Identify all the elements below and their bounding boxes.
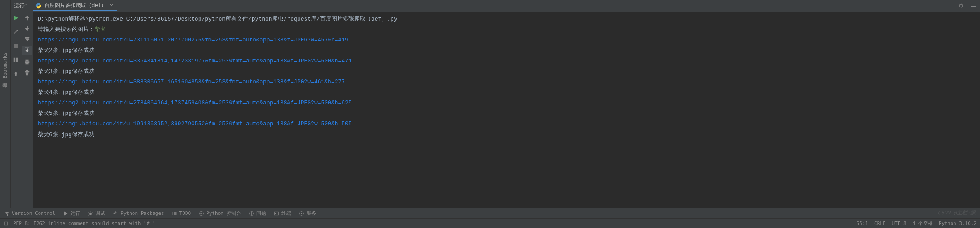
trash-icon[interactable] bbox=[24, 69, 30, 76]
tw-todo-label: TODO bbox=[179, 211, 191, 216]
wrench-icon[interactable] bbox=[13, 29, 19, 35]
tw-todo[interactable]: TODO bbox=[172, 211, 191, 216]
rerun-icon[interactable] bbox=[13, 15, 19, 21]
run-header: 运行: 百度图片多张爬取（def） bbox=[11, 0, 980, 12]
python-small-icon bbox=[113, 211, 118, 216]
status-indent[interactable]: 4 个空格 bbox=[913, 220, 933, 227]
svg-rect-0 bbox=[971, 6, 976, 7]
svg-point-4 bbox=[89, 212, 92, 215]
python-icon bbox=[35, 3, 42, 9]
svg-rect-2 bbox=[13, 58, 15, 62]
svg-rect-9 bbox=[4, 222, 8, 225]
tw-packages-label: Python Packages bbox=[120, 211, 164, 216]
run-tab-title: 百度图片多张爬取（def） bbox=[44, 2, 106, 9]
status-encoding[interactable]: UTF-8 bbox=[892, 221, 906, 226]
tw-terminal[interactable]: 终端 bbox=[274, 210, 291, 217]
tw-terminal-label: 终端 bbox=[281, 210, 291, 217]
play-icon bbox=[63, 211, 68, 216]
tw-problems[interactable]: 问题 bbox=[249, 210, 266, 217]
arrow-up-icon[interactable] bbox=[24, 15, 30, 21]
status-interpreter[interactable]: Python 3.10.2 bbox=[939, 221, 976, 226]
tw-python-console[interactable]: Python 控制台 bbox=[199, 210, 241, 217]
tw-run[interactable]: 运行 bbox=[63, 210, 80, 217]
run-gutter-1 bbox=[11, 12, 21, 208]
console-link[interactable]: https://img1.baidu.com/it/u=1991368952,3… bbox=[38, 121, 352, 127]
soft-wrap-icon[interactable] bbox=[24, 36, 30, 42]
tw-debug[interactable]: 调试 bbox=[88, 210, 105, 217]
svg-rect-1 bbox=[14, 44, 18, 48]
minimize-icon[interactable] bbox=[970, 3, 976, 9]
terminal-icon bbox=[274, 211, 279, 216]
run-tab[interactable]: 百度图片多张爬取（def） bbox=[33, 1, 117, 11]
layout-icon[interactable] bbox=[13, 57, 19, 63]
tw-debug-label: 调试 bbox=[95, 210, 105, 217]
services-icon bbox=[299, 211, 304, 216]
status-message[interactable]: PEP 8: E262 inline comment should start … bbox=[13, 221, 155, 226]
tw-services[interactable]: 服务 bbox=[299, 210, 316, 217]
tool-window-bar: Version Control 运行 调试 Python Packages TO… bbox=[0, 208, 980, 218]
stop-icon[interactable] bbox=[13, 43, 19, 49]
tw-problems-label: 问题 bbox=[256, 210, 266, 217]
console-line: 柴犬5张.jpg保存成功 bbox=[38, 108, 976, 119]
watermark: CSDN @主栏·飘 bbox=[938, 209, 976, 217]
tw-packages[interactable]: Python Packages bbox=[113, 211, 164, 216]
console-link[interactable]: https://img2.baidu.com/it/u=3354341814,1… bbox=[38, 58, 352, 64]
bookmarks-tool[interactable]: Bookmarks bbox=[2, 52, 8, 79]
console-line: 柴犬6张.jpg保存成功 bbox=[38, 130, 976, 140]
tw-version-control[interactable]: Version Control bbox=[4, 211, 55, 216]
status-line-ending[interactable]: CRLF bbox=[874, 221, 886, 226]
left-toolbar: Bookmarks 结构 bbox=[0, 0, 11, 208]
bug-icon bbox=[88, 211, 93, 216]
close-tab-icon[interactable] bbox=[109, 3, 114, 8]
status-square-icon[interactable] bbox=[4, 221, 9, 226]
svg-rect-7 bbox=[274, 212, 278, 215]
console-line: 柴犬3张.jpg保存成功 bbox=[38, 66, 976, 77]
todo-icon bbox=[172, 211, 177, 216]
pin-icon[interactable] bbox=[13, 71, 19, 77]
status-position[interactable]: 65:1 bbox=[857, 221, 868, 226]
branch-icon bbox=[4, 211, 10, 216]
print-icon[interactable] bbox=[24, 59, 30, 65]
arrow-down-icon[interactable] bbox=[24, 25, 30, 31]
problems-icon bbox=[249, 211, 254, 216]
console-link[interactable]: https://img2.baidu.com/it/u=2784064964,1… bbox=[38, 100, 352, 106]
console-output[interactable]: D:\python解释器\python.exe C:/Users/86157/D… bbox=[33, 12, 980, 208]
tw-vcs-label: Version Control bbox=[12, 211, 55, 216]
run-gutter-2 bbox=[21, 12, 33, 208]
run-panel: 运行: 百度图片多张爬取（def） bbox=[11, 0, 980, 208]
scroll-to-end-icon[interactable] bbox=[24, 47, 30, 53]
gear-icon[interactable] bbox=[958, 3, 964, 9]
console-link[interactable]: https://img1.baidu.com/it/u=388306657,16… bbox=[38, 79, 345, 85]
console-line: 柴犬2张.jpg保存成功 bbox=[38, 45, 976, 56]
status-bar: PEP 8: E262 inline comment should start … bbox=[0, 218, 980, 228]
svg-rect-3 bbox=[16, 58, 18, 62]
python-console-icon bbox=[199, 211, 204, 216]
run-label: 运行: bbox=[14, 2, 28, 10]
tw-run-label: 运行 bbox=[70, 210, 80, 217]
tw-pyconsole-label: Python 控制台 bbox=[206, 210, 241, 217]
tw-services-label: 服务 bbox=[306, 210, 316, 217]
console-line: 柴犬4张.jpg保存成功 bbox=[38, 87, 976, 98]
console-link[interactable]: https://img0.baidu.com/it/u=731116051,20… bbox=[38, 37, 348, 43]
